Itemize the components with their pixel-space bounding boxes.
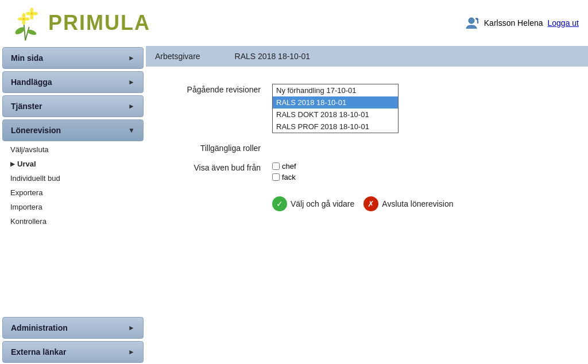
svg-point-8 <box>18 17 23 21</box>
breadcrumb-arbetsgivare: Arbetsgivare <box>155 52 200 61</box>
sub-item-individuellt-bud[interactable]: Individuellt bud <box>2 171 144 185</box>
arrow-icon: ► <box>128 54 135 62</box>
avsluta-lonerevision-label: Avsluta lönerevision <box>382 199 453 208</box>
visa-aven-row: Visa även bud från chef fack <box>169 162 565 181</box>
valj-ga-vidare-label: Välj och gå vidare <box>291 199 354 208</box>
arrow-icon: ► <box>128 102 135 110</box>
green-check-icon: ✓ <box>272 196 287 211</box>
svg-point-13 <box>30 14 34 20</box>
logo-flower <box>9 3 44 43</box>
svg-line-1 <box>25 27 29 40</box>
sidebar: Min sida ► Handlägga ► Tjänster ► Lönere… <box>0 46 146 364</box>
sidebar-item-min-sida-label: Min sida <box>11 53 43 63</box>
dropdown-item-rals-prof[interactable]: RALS PROF 2018 18-10-01 <box>273 121 398 133</box>
dropdown-container: Ny förhandling 17-10-01 RALS 2018 18-10-… <box>272 84 399 133</box>
sub-item-kontrollera[interactable]: Kontrollera <box>2 214 144 229</box>
dropdown-item-rals-dokt[interactable]: RALS DOKT 2018 18-10-01 <box>273 109 398 121</box>
pagaende-row: Pågående revisioner Ny förhandling 17-10… <box>169 84 565 133</box>
svg-point-9 <box>24 17 29 21</box>
sidebar-item-lonerevision-label: Lönerevision <box>11 126 61 135</box>
content: Arbetsgivare RALS 2018 18-10-01 Pågående… <box>146 46 588 364</box>
sidebar-item-externa-lankar[interactable]: Externa länkar ► <box>2 341 144 363</box>
checkbox-fack-label: fack <box>282 173 296 181</box>
red-x-icon: ✗ <box>363 196 378 211</box>
svg-point-12 <box>30 7 34 13</box>
refresh-icon <box>463 15 479 31</box>
arrow-icon: ► <box>128 324 135 332</box>
arrow-down-icon: ▼ <box>128 126 135 134</box>
sub-item-valj-avsluta[interactable]: Välj/avsluta <box>2 142 144 157</box>
sidebar-item-min-sida[interactable]: Min sida ► <box>2 47 144 69</box>
checkbox-fack[interactable] <box>272 173 280 181</box>
dropdown-item-rals-2018[interactable]: RALS 2018 18-10-01 <box>273 96 398 109</box>
sub-item-importera[interactable]: Importera <box>2 200 144 214</box>
lonerevision-submenu: Välj/avsluta Urval Individuellt bud Expo… <box>0 142 146 229</box>
sidebar-item-lonerevision[interactable]: Lönerevision ▼ <box>2 119 144 141</box>
checkbox-chef-label: chef <box>282 162 296 171</box>
svg-point-14 <box>26 12 31 16</box>
action-row: ✓ Välj och gå vidare ✗ Avsluta lönerevis… <box>169 196 565 211</box>
tillgangliga-row: Tillgängliga roller <box>169 142 565 153</box>
form-section: Pågående revisioner Ny förhandling 17-10… <box>169 84 565 211</box>
sidebar-item-externa-lankar-label: Externa länkar <box>11 347 67 357</box>
valj-ga-vidare-button[interactable]: ✓ Välj och gå vidare <box>272 196 354 211</box>
username: Karlsson Helena <box>484 18 543 28</box>
checkbox-chef[interactable] <box>272 162 280 170</box>
sidebar-item-handlagga[interactable]: Handlägga ► <box>2 71 144 93</box>
header: PRIMULA Karlsson Helena Logga ut <box>0 0 588 46</box>
svg-point-16 <box>469 18 474 24</box>
breadcrumb-rals: RALS 2018 18-10-01 <box>235 52 311 61</box>
sidebar-item-administration-label: Administration <box>11 323 68 332</box>
svg-point-7 <box>22 20 26 25</box>
arrow-icon: ► <box>128 348 135 356</box>
sub-item-urval[interactable]: Urval <box>2 157 144 171</box>
arrow-icon: ► <box>128 78 135 86</box>
logo-area: PRIMULA <box>9 3 150 43</box>
sidebar-item-tjanster-label: Tjänster <box>11 102 42 111</box>
tillgangliga-label: Tillgängliga roller <box>169 142 261 153</box>
logout-link[interactable]: Logga ut <box>548 18 579 28</box>
pagaende-label: Pågående revisioner <box>169 84 261 94</box>
sidebar-item-tjanster[interactable]: Tjänster ► <box>2 95 144 117</box>
checkbox-fack-item: fack <box>272 173 296 181</box>
checkboxes: chef fack <box>272 162 296 181</box>
sidebar-item-handlagga-label: Handlägga <box>11 78 52 87</box>
svg-point-15 <box>32 12 37 16</box>
sub-item-exportera[interactable]: Exportera <box>2 185 144 200</box>
breadcrumb-bar: Arbetsgivare RALS 2018 18-10-01 <box>146 46 588 67</box>
user-area: Karlsson Helena Logga ut <box>463 15 579 31</box>
checkbox-chef-item: chef <box>272 162 296 171</box>
svg-point-6 <box>22 13 26 18</box>
dropdown-item-ny-forhandling[interactable]: Ny förhandling 17-10-01 <box>273 84 398 96</box>
content-body: Pågående revisioner Ny förhandling 17-10… <box>146 67 588 229</box>
main-layout: Min sida ► Handlägga ► Tjänster ► Lönere… <box>0 46 588 364</box>
sidebar-item-administration[interactable]: Administration ► <box>2 317 144 339</box>
visa-aven-label: Visa även bud från <box>169 162 261 172</box>
avsluta-lonerevision-button[interactable]: ✗ Avsluta lönerevision <box>363 196 453 211</box>
logo-text: PRIMULA <box>48 11 150 35</box>
revisioner-dropdown[interactable]: Ny förhandling 17-10-01 RALS 2018 18-10-… <box>272 84 399 133</box>
